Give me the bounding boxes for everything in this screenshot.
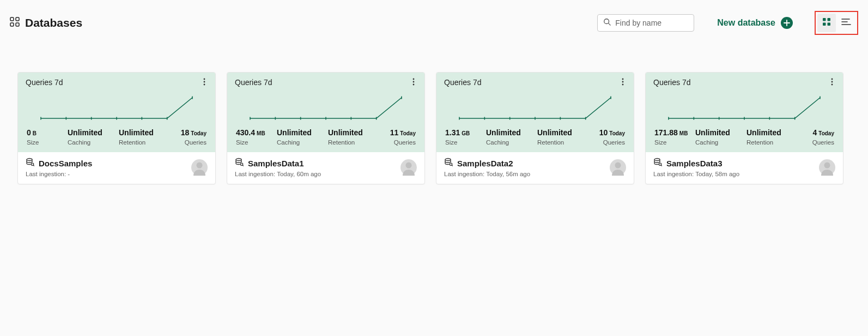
svg-point-28 xyxy=(197,163,203,169)
retention-label: Retention xyxy=(537,139,590,146)
card-bottom: SamplesData1 Last ingestion: Today, 60m … xyxy=(227,152,424,184)
database-name: SamplesData1 xyxy=(248,159,304,168)
size-label: Size xyxy=(27,139,68,146)
last-ingestion: Last ingestion: Today, 60m ago xyxy=(235,171,395,177)
person-icon xyxy=(400,159,417,176)
svg-rect-11 xyxy=(828,23,831,26)
database-card[interactable]: Queries 7d 430.4MB Size xyxy=(227,72,425,184)
card-top: Queries 7d 430.4MB Size xyxy=(227,73,424,152)
person-icon xyxy=(191,159,208,176)
queries-label: Queries xyxy=(603,139,625,146)
metric-caching: Unlimited Caching xyxy=(486,128,537,146)
list-view-button[interactable] xyxy=(837,14,855,32)
svg-line-27 xyxy=(33,165,34,166)
queries-chart xyxy=(456,94,614,122)
queries-unit: Today xyxy=(400,130,416,136)
view-toggle xyxy=(815,11,858,35)
svg-point-44 xyxy=(622,81,624,83)
svg-point-58 xyxy=(831,81,833,83)
queries-unit: Today xyxy=(191,130,207,136)
card-bottom: DocsSamples Last ingestion: - xyxy=(18,152,215,184)
size-value: 171.88 xyxy=(654,128,678,137)
database-card[interactable]: Queries 7d 171.88MB Size xyxy=(645,72,843,184)
owner-avatar[interactable] xyxy=(400,159,417,176)
retention-label: Retention xyxy=(746,139,799,146)
card-more-button[interactable] xyxy=(829,76,835,90)
svg-point-29 xyxy=(413,79,415,80)
search-input[interactable] xyxy=(615,19,688,27)
last-ingestion: Last ingestion: Today, 58m ago xyxy=(653,171,814,177)
database-icon xyxy=(26,158,34,169)
queries-7d-label: Queries 7d xyxy=(26,78,63,87)
svg-point-25 xyxy=(27,159,32,161)
metric-size: 171.88MB Size xyxy=(654,128,695,146)
card-more-button[interactable] xyxy=(201,76,208,90)
grid-view-button[interactable] xyxy=(817,14,836,32)
queries-label: Queries xyxy=(185,139,207,146)
queries-7d-label: Queries 7d xyxy=(653,78,690,87)
caching-label: Caching xyxy=(68,139,119,146)
svg-point-53 xyxy=(445,159,451,161)
svg-line-69 xyxy=(661,165,661,166)
svg-point-30 xyxy=(413,81,415,83)
retention-value: Unlimited xyxy=(328,128,363,137)
queries-unit: Today xyxy=(609,130,625,136)
size-unit: MB xyxy=(679,130,688,136)
size-value: 430.4 xyxy=(236,128,255,137)
queries-label: Queries xyxy=(812,139,834,146)
size-value: 0 xyxy=(27,128,31,137)
card-more-button[interactable] xyxy=(410,76,417,90)
new-database-label: New database xyxy=(717,18,775,28)
card-more-button[interactable] xyxy=(620,76,626,90)
person-icon xyxy=(819,159,835,176)
size-label: Size xyxy=(445,139,486,146)
queries-chart xyxy=(38,94,196,122)
metric-retention: Unlimited Retention xyxy=(537,128,590,146)
card-bottom: SamplesData3 Last ingestion: Today, 58m … xyxy=(646,152,843,184)
metric-retention: Unlimited Retention xyxy=(119,128,171,146)
metrics-row: 0B Size Unlimited Caching Unlimited Rete… xyxy=(26,128,208,146)
caching-label: Caching xyxy=(486,139,537,146)
owner-avatar[interactable] xyxy=(610,159,626,176)
svg-rect-8 xyxy=(823,18,826,21)
database-icon xyxy=(235,158,244,169)
search-icon xyxy=(603,18,611,28)
more-vertical-icon xyxy=(203,78,205,86)
databases-icon xyxy=(10,17,20,29)
metric-size: 1.31GB Size xyxy=(445,128,486,146)
more-vertical-icon xyxy=(412,78,415,86)
database-card[interactable]: Queries 7d 1.31GB Size xyxy=(436,72,634,184)
owner-avatar[interactable] xyxy=(191,159,208,176)
list-icon xyxy=(841,17,851,28)
database-cards-grid: Queries 7d 0B Size xyxy=(10,72,858,184)
grid-icon xyxy=(822,17,831,28)
database-icon xyxy=(653,158,662,169)
plus-icon xyxy=(781,17,793,29)
svg-point-57 xyxy=(831,79,833,80)
queries-chart xyxy=(247,94,405,122)
queries-unit: Today xyxy=(818,130,834,136)
card-top: Queries 7d 1.31GB Size xyxy=(436,73,634,152)
metric-caching: Unlimited Caching xyxy=(695,128,746,146)
queries-label: Queries xyxy=(394,139,416,146)
size-label: Size xyxy=(236,139,277,146)
queries-value: 18 xyxy=(181,128,190,137)
caching-value: Unlimited xyxy=(486,128,521,137)
more-vertical-icon xyxy=(831,78,833,86)
svg-rect-1 xyxy=(16,17,19,21)
database-name: SamplesData3 xyxy=(666,159,723,168)
retention-value: Unlimited xyxy=(746,128,781,137)
owner-avatar[interactable] xyxy=(819,159,835,176)
size-unit: GB xyxy=(462,130,470,136)
svg-point-59 xyxy=(831,84,833,86)
svg-rect-9 xyxy=(828,18,831,21)
new-database-button[interactable]: New database xyxy=(717,17,793,29)
search-box[interactable] xyxy=(597,14,694,32)
metrics-row: 1.31GB Size Unlimited Caching Unlimited … xyxy=(444,128,626,146)
svg-point-15 xyxy=(204,79,205,80)
queries-7d-label: Queries 7d xyxy=(235,78,272,87)
retention-label: Retention xyxy=(328,139,380,146)
size-unit: MB xyxy=(257,130,265,136)
database-card[interactable]: Queries 7d 0B Size xyxy=(17,72,216,184)
svg-point-31 xyxy=(413,84,415,86)
